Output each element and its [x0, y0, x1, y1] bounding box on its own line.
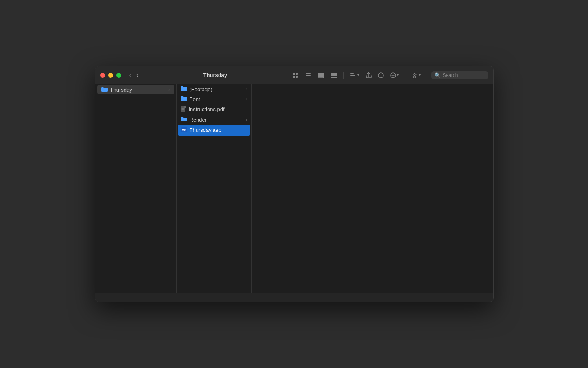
action-button[interactable]: ▾: [388, 71, 401, 79]
file-item-footage[interactable]: (Footage) ›: [177, 84, 251, 94]
dropbox-button[interactable]: ▾: [409, 71, 423, 79]
close-button[interactable]: [100, 73, 105, 78]
share-button[interactable]: [364, 71, 374, 80]
maximize-button[interactable]: [116, 73, 121, 78]
svg-rect-0: [293, 73, 295, 75]
gallery-view-button[interactable]: [329, 71, 339, 79]
aep-icon: Ae: [181, 126, 187, 134]
file-item-thursday-aep[interactable]: Ae Thursday.aep: [178, 125, 250, 136]
search-input[interactable]: [443, 72, 483, 78]
tag-button[interactable]: [376, 71, 386, 79]
file-column-1: (Footage) › Font ›: [177, 84, 252, 293]
minimize-button[interactable]: [108, 73, 113, 78]
file-item-font[interactable]: Font ›: [177, 94, 251, 104]
file-name: Font: [190, 96, 246, 102]
icon-view-button[interactable]: [291, 71, 301, 79]
folder-icon: [181, 116, 187, 123]
toolbar-right: ▾ ▾: [291, 71, 488, 80]
file-name: Thursday.aep: [190, 127, 247, 133]
separator-3: [427, 72, 427, 79]
column-view-button[interactable]: [316, 71, 326, 79]
window-title: Thursday: [140, 72, 290, 78]
svg-rect-5: [306, 75, 311, 76]
pdf-icon: [181, 105, 186, 113]
file-item-instructions[interactable]: Instructions.pdf: [177, 104, 251, 115]
svg-rect-9: [322, 73, 324, 78]
svg-text:Ae: Ae: [182, 128, 186, 131]
svg-rect-12: [333, 77, 335, 78]
svg-rect-3: [296, 76, 298, 78]
svg-rect-10: [331, 73, 337, 76]
svg-point-17: [378, 73, 383, 78]
content-area: Thursday › (Footage) ›: [95, 84, 493, 293]
svg-rect-8: [320, 73, 322, 78]
forward-button[interactable]: ›: [135, 71, 140, 80]
traffic-lights: [100, 73, 121, 78]
sidebar-chevron-icon: ›: [168, 88, 170, 92]
separator-1: [343, 72, 344, 79]
folder-icon: [101, 86, 108, 93]
search-box[interactable]: 🔍: [431, 71, 488, 79]
svg-rect-13: [335, 77, 337, 78]
sidebar: Thursday ›: [95, 84, 177, 293]
file-chevron-icon: ›: [246, 118, 247, 122]
svg-rect-14: [350, 73, 354, 74]
svg-rect-2: [293, 76, 295, 78]
folder-icon: [181, 96, 187, 102]
separator-2: [405, 72, 405, 79]
file-name: Render: [190, 117, 246, 123]
search-icon: 🔍: [435, 72, 441, 78]
status-bar: [95, 293, 493, 302]
svg-rect-11: [331, 77, 333, 78]
file-column-2: [252, 84, 493, 293]
svg-rect-4: [306, 73, 311, 74]
group-button[interactable]: ▾: [348, 71, 361, 79]
svg-rect-1: [296, 73, 298, 75]
file-name: (Footage): [190, 86, 246, 92]
nav-arrows: ‹ ›: [128, 71, 140, 80]
sidebar-item-label: Thursday: [110, 87, 169, 93]
svg-rect-16: [350, 77, 354, 77]
column-panels: (Footage) › Font ›: [177, 84, 493, 293]
list-view-button[interactable]: [304, 71, 313, 79]
sidebar-item-thursday[interactable]: Thursday ›: [97, 85, 174, 94]
folder-icon: [181, 86, 187, 92]
file-chevron-icon: ›: [246, 87, 247, 92]
svg-rect-6: [306, 77, 311, 77]
svg-rect-20: [184, 106, 186, 108]
svg-rect-15: [350, 75, 355, 76]
finder-window: ‹ › Thursday: [95, 66, 494, 302]
back-button[interactable]: ‹: [128, 71, 133, 80]
svg-rect-7: [318, 73, 320, 78]
file-chevron-icon: ›: [246, 97, 247, 101]
file-name: Instructions.pdf: [189, 106, 247, 112]
title-bar: ‹ › Thursday: [95, 66, 493, 84]
file-item-render[interactable]: Render ›: [177, 115, 251, 125]
